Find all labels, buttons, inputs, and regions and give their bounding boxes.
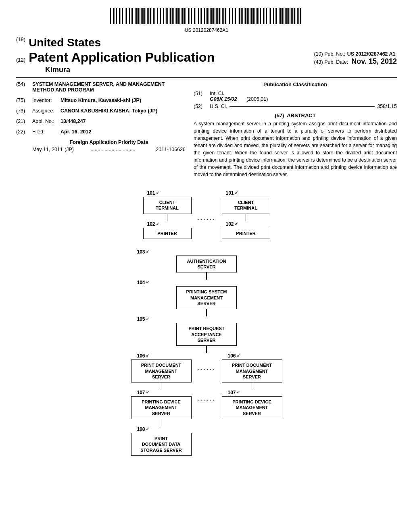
header-country-row: (19) United States <box>16 36 397 49</box>
svg-rect-104 <box>263 8 264 24</box>
int-cl-label: Int. Cl. <box>210 91 224 96</box>
country-name: United States <box>29 36 101 49</box>
svg-rect-95 <box>250 8 250 24</box>
appl-num: (21) <box>16 118 32 124</box>
svg-rect-16 <box>134 8 134 24</box>
svg-rect-96 <box>251 8 252 24</box>
svg-rect-43 <box>173 8 174 24</box>
foreign-country: (JP) <box>65 147 81 152</box>
svg-rect-37 <box>165 8 165 24</box>
svg-rect-70 <box>213 8 214 24</box>
int-cl-class: G06K 15/02 <box>210 96 237 102</box>
us-cl-value: 358/1.15 <box>377 104 397 109</box>
filed-value: Apr. 16, 2012 <box>60 129 186 135</box>
svg-rect-48 <box>181 8 181 24</box>
title-value: SYSTEM MANAGEMENT SERVER, AND MANAGEMENT… <box>32 81 186 93</box>
svg-rect-91 <box>244 8 244 24</box>
line-103-104 <box>206 272 207 280</box>
line-104-105 <box>206 309 207 316</box>
svg-rect-89 <box>241 8 242 24</box>
client-terminal-right: CLIENTTERMINAL <box>222 197 270 214</box>
auth-server-box: AUTHENTICATIONSERVER <box>176 256 237 273</box>
svg-rect-51 <box>186 8 186 24</box>
svg-rect-124 <box>292 8 293 24</box>
svg-rect-3 <box>115 8 115 24</box>
pub-info-block: (10) Pub. No.: US 2012/0287462 A1 (43) P… <box>314 50 397 66</box>
inventor-header-row: Kimura <box>16 66 306 74</box>
assignee-label: Assignee: <box>32 108 60 114</box>
filed-num: (22) <box>16 129 32 135</box>
svg-rect-125 <box>294 8 295 24</box>
svg-rect-126 <box>296 8 296 24</box>
svg-rect-73 <box>217 8 218 24</box>
svg-rect-30 <box>154 8 155 24</box>
line-106-107 <box>161 382 162 390</box>
label-108: 108 ↙ <box>131 426 149 432</box>
inventor-field: (75) Inventor: Mitsuo Kimura, Kawasaki-s… <box>16 98 186 103</box>
foreign-priority-section: Foreign Application Priority Data May 11… <box>32 139 186 152</box>
pdm-row: 106 ↙ PRINT DOCUMENTMANAGEMENTSERVER 107… <box>131 353 282 456</box>
line-106r-107r <box>252 382 252 390</box>
us-cl-num: (52) <box>194 104 210 109</box>
svg-rect-39 <box>167 8 168 24</box>
svg-rect-109 <box>270 8 271 24</box>
svg-rect-123 <box>291 8 292 24</box>
svg-rect-75 <box>221 8 221 24</box>
pub-num-value: US 2012/0287462 A1 <box>347 51 396 57</box>
pub-classification-title: Publication Classification <box>194 81 397 87</box>
svg-rect-49 <box>182 8 183 24</box>
svg-rect-40 <box>169 8 169 24</box>
svg-rect-50 <box>184 8 185 24</box>
svg-rect-107 <box>268 8 268 24</box>
label-106-right: 106 ↙ <box>222 353 240 359</box>
right-column: Publication Classification (51) Int. Cl.… <box>194 81 397 178</box>
svg-rect-87 <box>238 8 238 24</box>
svg-rect-29 <box>153 8 154 24</box>
pub-number-line: (10) Pub. No.: US 2012/0287462 A1 <box>314 50 397 57</box>
patent-title: Patent Application Publication <box>29 50 306 65</box>
pdm-server-right: PRINT DOCUMENTMANAGEMENTSERVER <box>222 360 282 382</box>
label-107-left: 107 ↙ <box>131 390 149 395</box>
svg-rect-2 <box>113 8 114 24</box>
svg-rect-108 <box>269 8 269 24</box>
label-103: 103 ↙ <box>131 249 149 255</box>
label-106-left: 106 ↙ <box>131 353 149 359</box>
svg-rect-102 <box>260 8 261 24</box>
svg-rect-47 <box>179 8 180 24</box>
svg-rect-0 <box>110 8 111 24</box>
svg-rect-8 <box>122 8 123 24</box>
svg-rect-120 <box>286 8 288 24</box>
svg-rect-38 <box>166 8 167 24</box>
label-102-left: 102 ↙ <box>143 221 159 227</box>
svg-rect-94 <box>248 8 249 24</box>
svg-rect-6 <box>119 8 120 24</box>
foreign-number: 2011-106626 <box>145 147 186 152</box>
patent-label: (12) <box>16 57 25 63</box>
svg-rect-69 <box>211 8 213 24</box>
svg-rect-93 <box>247 8 248 24</box>
svg-rect-92 <box>245 8 246 24</box>
main-content: (54) SYSTEM MANAGEMENT SERVER, AND MANAG… <box>16 81 397 178</box>
svg-rect-11 <box>126 8 127 24</box>
svg-rect-7 <box>121 8 121 24</box>
int-cl-content: Int. Cl. G06K 15/02 (2006.01) <box>210 91 397 102</box>
svg-rect-58 <box>196 8 196 24</box>
svg-rect-86 <box>237 8 237 24</box>
svg-rect-83 <box>232 8 233 24</box>
svg-rect-54 <box>190 8 190 24</box>
svg-rect-97 <box>252 8 254 24</box>
pub-date-value: Nov. 15, 2012 <box>351 57 397 66</box>
svg-rect-27 <box>150 8 151 24</box>
svg-rect-14 <box>131 8 131 24</box>
svg-rect-117 <box>282 8 283 24</box>
header-divider <box>16 77 397 78</box>
svg-rect-57 <box>194 8 195 24</box>
foreign-date: May 11, 2011 <box>32 147 65 152</box>
svg-rect-105 <box>265 8 265 24</box>
abstract-text: A system management server in a printing… <box>194 120 397 178</box>
svg-rect-76 <box>222 8 223 24</box>
pdms-server-right: PRINTING DEVICEMANAGEMENTSERVER <box>222 396 282 419</box>
psm-server-box: PRINTING SYSTEMMANAGEMENTSERVER <box>176 286 237 309</box>
svg-rect-26 <box>148 8 149 24</box>
inventor-label: Inventor: <box>32 98 60 103</box>
